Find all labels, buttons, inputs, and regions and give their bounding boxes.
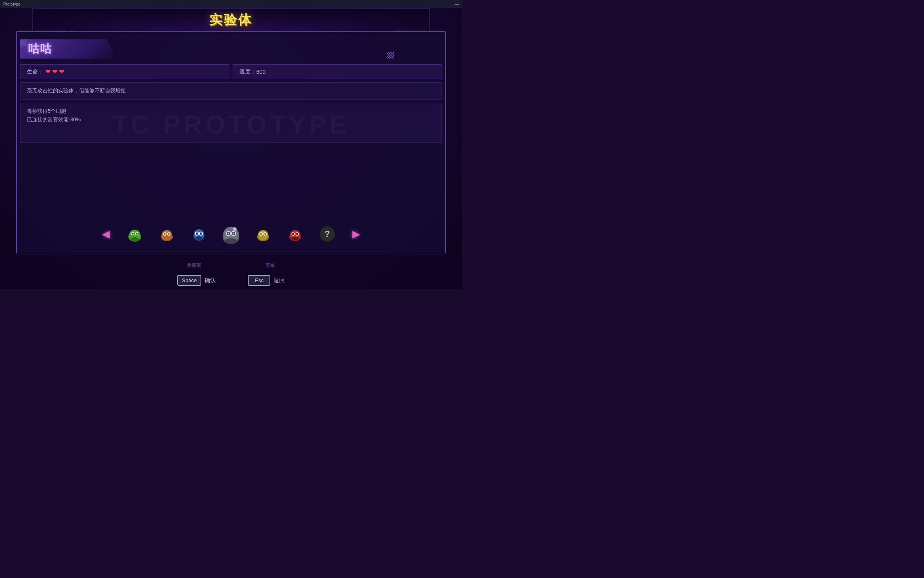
carousel-left-arrow[interactable]: ◄	[97, 225, 115, 243]
creature-slot-orange[interactable]	[155, 222, 179, 246]
life-label: 生命：	[27, 68, 44, 75]
pixel-decoration-tl	[20, 39, 26, 46]
svg-point-20	[196, 236, 202, 240]
carousel-right-arrow[interactable]: ►	[347, 225, 365, 243]
creature-blue-icon	[189, 224, 209, 244]
bottom-tabs: 收藏室 菜单	[0, 262, 462, 269]
pixel-decoration-br	[387, 52, 394, 59]
creature-slot-red[interactable]	[283, 222, 307, 246]
creature-yellow-icon	[253, 224, 273, 244]
svg-point-35	[260, 233, 262, 235]
creature-name: 咕咕	[28, 41, 52, 57]
content-area: TC PROTOTYPE 咕咕 生命： ❤ ❤ ❤ 速度： 600 毫无攻击性的…	[20, 35, 442, 214]
creature-gray-icon	[218, 221, 244, 247]
life-stat: 生命： ❤ ❤ ❤	[20, 64, 229, 79]
svg-point-45	[292, 237, 299, 240]
confirm-label: 确认	[205, 277, 216, 284]
svg-point-5	[136, 233, 138, 235]
svg-point-3	[132, 233, 134, 235]
back-binding: Esc 返回	[248, 275, 285, 286]
speed-stat: 速度： 600	[233, 64, 442, 79]
creature-slot-green[interactable]	[123, 222, 147, 246]
key-bindings: Space 确认 Esc 返回	[0, 275, 462, 286]
svg-point-31	[234, 228, 236, 230]
bottom-deco: 收藏室 菜单 Space 确认 Esc 返回	[0, 253, 462, 289]
left-arrow-icon: ◄	[99, 227, 112, 242]
speed-label: 速度：	[239, 68, 256, 75]
ability-1: 每秒获得5个细胞	[27, 107, 435, 116]
creature-slot-blue[interactable]	[187, 222, 211, 246]
svg-point-19	[200, 232, 202, 235]
heart-1: ❤	[45, 68, 51, 75]
svg-point-37	[264, 233, 266, 235]
bottom-deco-inner: 收藏室 菜单 Space 确认 Esc 返回	[0, 253, 462, 289]
esc-key[interactable]: Esc	[248, 275, 270, 286]
svg-point-44	[296, 233, 298, 235]
tab-menu[interactable]: 菜单	[265, 262, 275, 269]
creature-slot-gray[interactable]	[215, 218, 247, 250]
creature-slot-unknown[interactable]: ?	[315, 222, 339, 246]
confirm-binding: Space 确认	[177, 275, 216, 286]
abilities-box: 每秒获得5个细胞 已连接的器官效能-30%	[20, 103, 442, 143]
name-banner: 咕咕	[20, 39, 442, 59]
svg-point-12	[168, 233, 170, 235]
main-panel: TC PROTOTYPE 咕咕 生命： ❤ ❤ ❤ 速度： 600 毫无攻击性的…	[16, 31, 446, 255]
page-title: 实验体	[0, 11, 462, 29]
svg-point-29	[225, 238, 237, 243]
right-arrow-icon: ►	[350, 227, 363, 242]
creature-unknown-icon: ?	[317, 224, 337, 244]
creature-green-icon	[125, 224, 145, 244]
back-label: 返回	[274, 277, 285, 284]
speed-value: 600	[256, 69, 265, 75]
svg-text:?: ?	[324, 229, 330, 239]
svg-point-25	[228, 233, 229, 234]
space-key[interactable]: Space	[177, 275, 202, 286]
stats-row: 生命： ❤ ❤ ❤ 速度： 600	[20, 64, 442, 79]
creature-orange-icon	[157, 224, 177, 244]
svg-point-42	[292, 233, 294, 235]
svg-point-38	[262, 231, 264, 233]
minimize-button[interactable]: —	[455, 2, 459, 6]
title-bar: Prototype —	[0, 0, 462, 8]
heart-2: ❤	[52, 68, 57, 75]
svg-point-13	[166, 231, 168, 233]
description-text: 毫无攻击性的实验体，但能够不断自我增殖	[27, 88, 126, 94]
creature-slot-yellow[interactable]	[251, 222, 275, 246]
svg-point-10	[164, 233, 166, 235]
heart-3: ❤	[59, 68, 64, 75]
ability-2: 已连接的器官效能-30%	[27, 116, 435, 124]
creature-red-icon	[285, 224, 305, 244]
description-box: 毫无攻击性的实验体，但能够不断自我增殖	[20, 82, 442, 100]
tab-collection[interactable]: 收藏室	[187, 262, 201, 269]
svg-point-17	[196, 232, 198, 235]
svg-point-28	[233, 233, 235, 234]
carousel: ◄	[17, 214, 445, 254]
app-name: Prototype	[3, 2, 20, 6]
svg-point-6	[131, 237, 139, 241]
